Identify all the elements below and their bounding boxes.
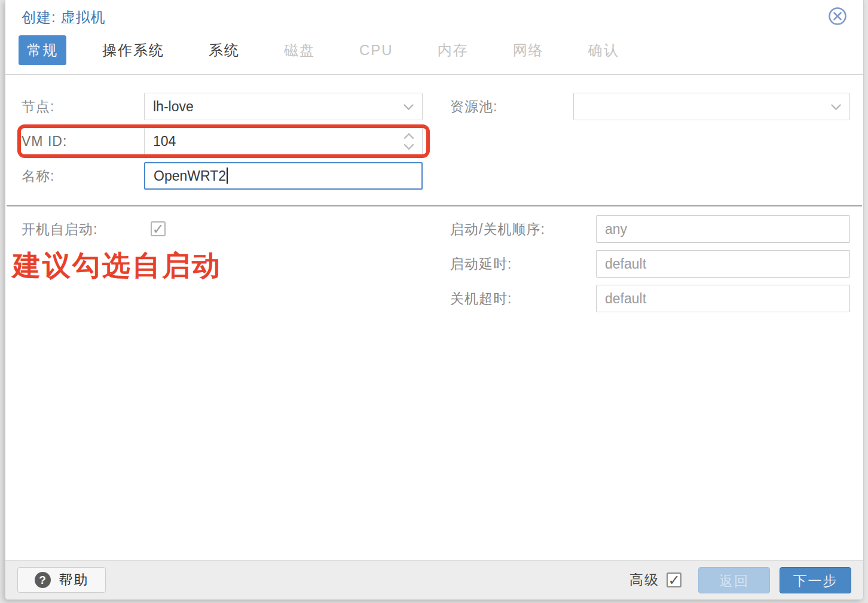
help-button-label: 帮助 (59, 571, 89, 589)
tab-cpu: CPU (351, 36, 402, 64)
tab-system[interactable]: 系统 (200, 35, 248, 65)
tab-memory: 内存 (429, 35, 477, 65)
chevron-down-icon (831, 104, 841, 111)
help-button[interactable]: ? 帮助 (17, 567, 106, 593)
dialog-header: 创建: 虚拟机 (5, 0, 863, 34)
back-button: 返回 (698, 567, 770, 593)
advanced-checkbox[interactable]: ✓ (667, 572, 681, 587)
question-mark-icon: ? (35, 572, 51, 588)
text-caret (227, 168, 228, 184)
autostart-checkbox[interactable]: ✓ (151, 221, 166, 236)
vmid-value: 104 (153, 133, 176, 149)
dialog-footer: ? 帮助 高级 ✓ 返回 下一步 (5, 560, 863, 599)
shutdown-timeout-placeholder: default (605, 291, 646, 306)
close-icon[interactable] (827, 6, 848, 26)
advanced-label: 高级 (629, 571, 659, 589)
section-divider (7, 205, 862, 207)
node-value: lh-love (153, 99, 194, 114)
tab-confirm: 确认 (580, 35, 628, 65)
next-button[interactable]: 下一步 (780, 567, 851, 593)
node-label: 节点: (22, 93, 54, 120)
checkmark-icon: ✓ (152, 221, 164, 237)
name-label: 名称: (22, 162, 54, 190)
name-value: OpenWRT2 (154, 168, 226, 184)
name-input[interactable]: OpenWRT2 (144, 162, 423, 190)
form-panel: 节点: lh-love VM ID: 104 名称: OpenWRT2 资源池: (5, 74, 863, 560)
tab-bar: 常规 操作系统 系统 磁盘 CPU 内存 网络 确认 (5, 34, 863, 74)
startup-delay-placeholder: default (605, 256, 646, 272)
vmid-spinner[interactable]: 104 (144, 127, 423, 155)
autostart-label: 开机自启动: (22, 215, 97, 243)
create-vm-dialog: 创建: 虚拟机 常规 操作系统 系统 磁盘 CPU 内存 网络 确认 节点: l… (5, 0, 864, 600)
autostart-recommendation-note: 建议勾选自启动 (13, 247, 222, 285)
shutdown-timeout-label: 关机超时: (450, 285, 512, 312)
dialog-title: 创建: 虚拟机 (22, 8, 105, 27)
startup-order-input[interactable]: any (596, 215, 850, 243)
startup-delay-label: 启动延时: (450, 250, 512, 278)
pool-select[interactable] (573, 93, 850, 120)
node-select[interactable]: lh-love (144, 93, 423, 120)
tab-os[interactable]: 操作系统 (94, 35, 173, 65)
tab-network: 网络 (505, 35, 552, 65)
chevron-down-icon (404, 104, 414, 111)
startup-delay-input[interactable]: default (596, 250, 850, 278)
tab-disks: 磁盘 (276, 35, 323, 65)
shutdown-timeout-input[interactable]: default (596, 285, 850, 312)
spinner-up-down-icon[interactable] (403, 132, 415, 151)
startup-order-placeholder: any (605, 221, 627, 237)
tab-general[interactable]: 常规 (19, 35, 66, 65)
pool-label: 资源池: (450, 93, 497, 120)
checkmark-icon: ✓ (668, 572, 680, 588)
vmid-label: VM ID: (22, 127, 67, 155)
startup-order-label: 启动/关机顺序: (450, 215, 545, 243)
